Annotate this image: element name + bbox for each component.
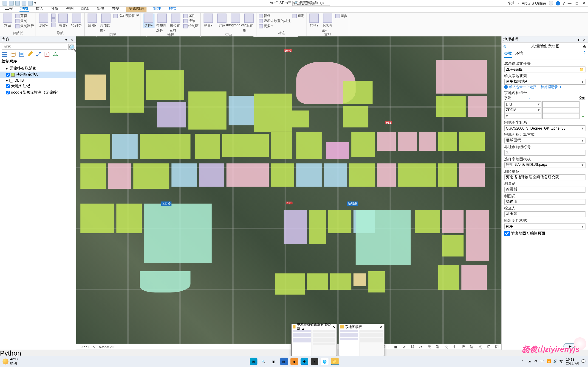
coord-convert-button[interactable]: 坐标转换 <box>243 14 255 33</box>
editable-page-checkbox[interactable] <box>504 231 510 236</box>
nav-next-icon[interactable] <box>51 18 55 22</box>
layer-visibility-checkbox[interactable] <box>6 84 10 88</box>
tray-ime-icon[interactable]: 英 <box>560 359 564 364</box>
layer-visibility-checkbox[interactable] <box>6 73 10 77</box>
map-tab[interactable]: 谷歌卫星图和天地图注记 <box>146 36 200 37</box>
rotation-icon[interactable]: ⟲ <box>93 345 95 349</box>
copy-button[interactable]: 复制 <box>15 19 34 23</box>
format-input[interactable]: PDF <box>504 223 586 229</box>
gp-tab-params[interactable]: 参数 <box>504 51 512 58</box>
list-perspective-icon[interactable] <box>52 51 59 57</box>
tab-data[interactable]: 数据 <box>168 6 177 12</box>
layer-visibility-checkbox[interactable] <box>6 91 10 94</box>
tray-icon[interactable]: 🔊 <box>553 359 557 364</box>
layer-visibility-checkbox[interactable] <box>9 78 13 82</box>
snap-btn[interactable]: 捕 <box>410 344 415 349</box>
infographics-button[interactable]: Infographics <box>229 14 242 27</box>
gp-help-icon[interactable]: ? <box>583 51 586 58</box>
taskbar-app-icon[interactable]: 🌐 <box>321 358 328 365</box>
qat-undo-icon[interactable] <box>22 1 26 6</box>
tab-imagery[interactable]: 影像 <box>96 6 105 12</box>
area-method-input[interactable]: 椭球面积 <box>504 138 586 144</box>
measure-button[interactable]: 测量 <box>202 14 214 28</box>
scale-input[interactable]: 1:9,561 <box>78 345 89 349</box>
snap-btn[interactable]: 中 <box>452 344 457 349</box>
blank2-input[interactable] <box>542 107 579 113</box>
gp-back-icon[interactable]: ⊕ <box>503 44 507 48</box>
start-button[interactable]: ⊞ <box>250 358 257 365</box>
gp-tab-env[interactable]: 环境 <box>515 51 523 58</box>
layer-row[interactable]: ▸DLTB <box>0 78 76 83</box>
map-tab[interactable]: 点点GIS高德系列地图 <box>97 36 146 37</box>
clock[interactable]: 16:192023/7/8 <box>566 358 579 365</box>
field1-input[interactable]: DKH <box>504 101 541 107</box>
blank3-input[interactable] <box>542 113 579 119</box>
tray-icon[interactable]: 🛡 <box>540 359 545 364</box>
input-features-input[interactable]: 使用权宗地A <box>504 79 586 85</box>
expand-icon[interactable]: ⌄ <box>528 96 531 100</box>
explore-button[interactable]: 浏览 <box>38 14 50 28</box>
taskbar-preview[interactable]: 中原市骏硕置业有限公司_41...✕ <box>291 324 337 356</box>
convert-button[interactable]: 转换 <box>308 14 320 28</box>
bookmarks-button[interactable]: 书签 <box>57 14 69 28</box>
output-folder-input[interactable]: ZDResults <box>504 67 586 73</box>
snap-btn[interactable]: 图 <box>494 344 500 349</box>
contents-menu-icon[interactable]: ▾ <box>65 37 69 41</box>
command-search[interactable]: 🔍 命令搜索 (Alt+Q) <box>292 1 330 6</box>
tray-overflow-icon[interactable]: ^ <box>521 359 526 364</box>
taskbar-app-icon[interactable]: ◆ <box>300 358 308 365</box>
attributes-button[interactable]: 属性 <box>183 14 199 18</box>
layer-row[interactable]: ▸无偏移谷歌影像 <box>0 65 76 72</box>
layer-row[interactable]: google影像无标注（无偏移） <box>0 89 76 96</box>
map-tab[interactable]: 地图 <box>77 36 97 37</box>
maximize-button[interactable]: □ <box>574 1 579 6</box>
minimize-button[interactable]: — <box>567 1 572 6</box>
preview-close-icon[interactable]: ✕ <box>380 325 383 329</box>
tab-share[interactable]: 共享 <box>111 6 120 12</box>
list-selection-icon[interactable] <box>19 51 25 57</box>
list-labeling-icon[interactable]: A <box>44 51 50 57</box>
surveyor-input[interactable]: 徐雪博 <box>504 187 586 193</box>
qat-open-icon[interactable] <box>9 1 14 6</box>
sync-button[interactable]: 同步 <box>335 14 347 18</box>
tab-labeling[interactable]: 标注 <box>153 6 162 12</box>
contents-search-btn[interactable]: 🔍 <box>68 44 74 50</box>
tab-analysis[interactable]: 分析 <box>50 6 59 12</box>
clear-sel-button[interactable]: 清除 <box>183 19 199 23</box>
tab-map[interactable]: 地图 <box>19 6 29 12</box>
taskbar-app-icon[interactable]: Y <box>311 358 318 365</box>
tab-project[interactable]: 工程 <box>4 6 14 12</box>
map-tab[interactable]: 点点GISgoogle系列地图 <box>200 36 254 37</box>
list-editing-icon[interactable] <box>27 51 33 57</box>
layer-row[interactable]: 使用权宗地A <box>0 72 76 78</box>
user-avatar-icon[interactable] <box>549 1 553 6</box>
blank1-input[interactable] <box>542 101 579 107</box>
gp-close-icon[interactable]: ✕ <box>582 37 586 41</box>
draw-area-button[interactable]: 绘制区 <box>183 24 199 28</box>
layer-row[interactable]: 天地图注记 <box>0 83 76 90</box>
search-icon[interactable]: 🔍 <box>260 358 267 365</box>
close-button[interactable]: ✕ <box>582 1 586 6</box>
taskbar-app-icon[interactable]: 📁 <box>331 358 338 365</box>
qat-customize-icon[interactable]: ▾ <box>34 1 38 6</box>
snap-btn[interactable]: 元 <box>427 344 432 349</box>
paste-button[interactable]: 粘贴 <box>2 14 14 28</box>
tray-icon[interactable]: ⚙ <box>534 359 538 364</box>
prefix-input[interactable]: J- <box>504 150 586 156</box>
more-labels-button[interactable]: 更多 <box>259 24 291 28</box>
preview-close-icon[interactable]: ✕ <box>332 325 335 329</box>
snap-btn[interactable]: 折 <box>460 344 466 349</box>
tray-icon[interactable]: ☁ <box>528 359 532 364</box>
gp-add-favorite-icon[interactable]: ⊕ <box>583 44 586 48</box>
pause-labels-button[interactable]: 暂停 <box>259 14 291 18</box>
basemap-button[interactable]: 底图 <box>86 14 98 28</box>
crs-input[interactable]: CGCS2000_3_Degree_GK_Zone_38 <box>504 125 586 131</box>
snap-btn[interactable]: 点 <box>477 344 483 349</box>
snap-btn[interactable]: 边 <box>469 344 474 349</box>
taskbar-preview[interactable]: 宗地图模板✕ <box>338 324 384 356</box>
snap-btn[interactable]: 切 <box>486 344 491 349</box>
add-data-button[interactable]: 添加数据 <box>100 14 112 33</box>
list-snapping-icon[interactable] <box>36 51 42 57</box>
goto-xy-button[interactable]: 转到XY <box>71 14 83 28</box>
select-button[interactable]: 选择 <box>143 14 155 28</box>
